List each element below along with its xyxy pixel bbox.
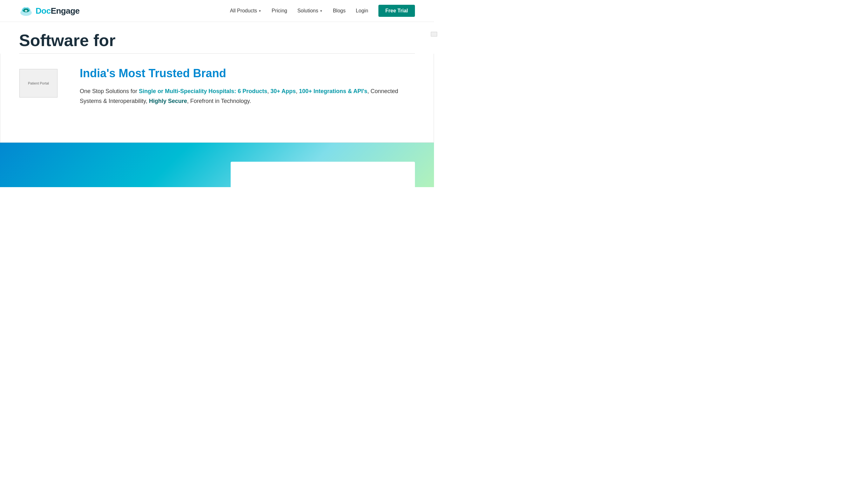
nav-login[interactable]: Login [356,8,368,14]
highlight-hospitals: Single or Multi-Speciality Hospitals: 6 … [139,88,267,94]
logo-doc: Doc [36,6,51,16]
nav-links: All Products ▼ Pricing Solutions ▼ Blogs… [230,5,415,17]
navbar: DocEngage All Products ▼ Pricing Solutio… [0,0,434,22]
logo-text: DocEngage [36,6,80,16]
description-suffix: , Forefront in Technology. [187,98,251,104]
nav-blogs[interactable]: Blogs [333,8,346,14]
chevron-down-icon: ▼ [258,9,261,13]
top-decoration [431,32,434,38]
description-prefix: One Stop Solutions for [80,88,139,94]
hero-title: Software for [19,31,415,50]
patient-portal-image-container: Patient Portal [20,66,61,97]
chevron-down-icon-2: ▼ [320,9,323,13]
highlight-apps: 30+ Apps [270,88,296,94]
logo-engage: Engage [51,6,80,16]
highlight-integrations: 100+ Integrations & API's [299,88,367,94]
content-text-block: India's Most Trusted Brand One Stop Solu… [80,66,414,106]
content-heading: India's Most Trusted Brand [80,66,414,80]
nav-solutions[interactable]: Solutions ▼ [298,8,323,14]
logo[interactable]: DocEngage [19,4,80,18]
nav-all-products[interactable]: All Products ▼ [230,8,261,14]
decoration-image [431,32,434,36]
content-card: Patient Portal India's Most Trusted Bran… [0,54,434,143]
separator2: , [296,88,299,94]
content-description: One Stop Solutions for Single or Multi-S… [80,86,414,106]
bottom-gradient-section [0,143,434,187]
separator1: , [267,88,270,94]
highlight-secure: Highly Secure [149,98,187,104]
bottom-white-card [231,162,415,187]
svg-point-1 [25,10,27,12]
hero-section: Software for [0,22,434,54]
free-trial-button[interactable]: Free Trial [378,5,415,17]
nav-pricing[interactable]: Pricing [272,8,287,14]
docengage-logo-icon [19,4,33,18]
patient-portal-image: Patient Portal [20,69,58,97]
